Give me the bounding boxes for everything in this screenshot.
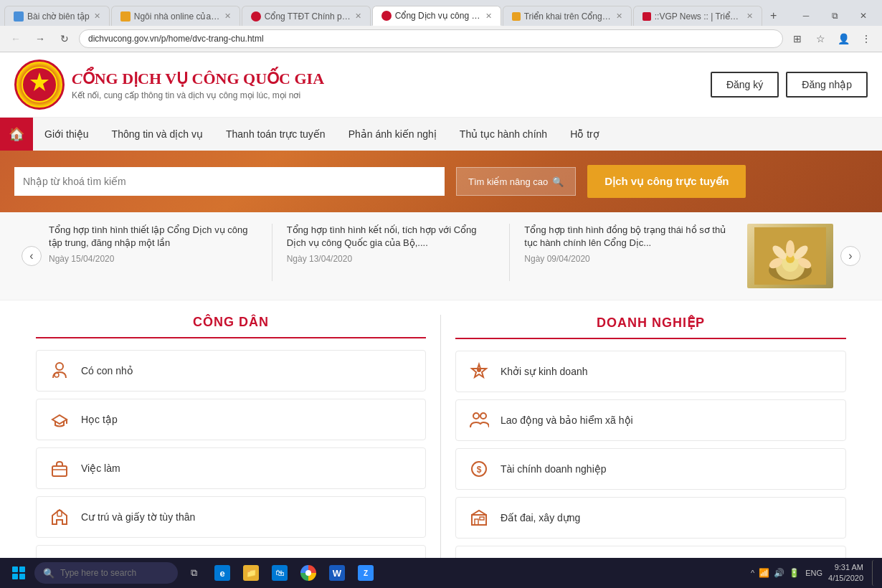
lao-dong-icon (468, 409, 490, 432)
carousel-item-3-title: Tổng hợp tình hình đồng bộ trạng thái hồ… (524, 224, 733, 250)
tab-2[interactable]: Ngôi nhà online của bé... ✕ (111, 6, 240, 26)
restore-button[interactable]: ⧉ (820, 6, 849, 26)
menu-icon[interactable]: ⋮ (856, 29, 876, 49)
svg-point-20 (480, 413, 486, 419)
tab-1[interactable]: Bài chờ biên tập ✕ (4, 6, 110, 26)
battery-icon[interactable]: 🔋 (789, 568, 800, 578)
new-tab-button[interactable]: + (764, 6, 784, 26)
show-desktop-button[interactable] (872, 560, 876, 586)
search-advanced-label: Tìm kiếm nâng cao (468, 176, 548, 187)
doanh-nghiep-column: DOANH NGHIỆP Khởi sự kinh doanh (441, 315, 860, 588)
carousel-items: Tổng hợp tình hình thiết lập Cổng Dịch v… (49, 224, 833, 288)
cong-dan-column: CÔNG DÂN Có con nhỏ (22, 315, 441, 588)
service-tai-chinh-label: Tài chính doanh nghiệp (501, 463, 607, 475)
word-icon[interactable]: W (324, 560, 350, 586)
service-item-dat-dai[interactable]: Đất đai, xây dựng (455, 497, 846, 539)
minimize-button[interactable]: ─ (792, 6, 820, 26)
taskview-icon: ⧉ (191, 567, 197, 579)
hoc-tap-icon (48, 408, 71, 431)
service-item-khoi-su[interactable]: Khởi sự kinh doanh (455, 351, 846, 392)
services-grid: CÔNG DÂN Có con nhỏ (22, 315, 860, 588)
windows-logo-icon (12, 566, 25, 579)
doanh-nghiep-title: DOANH NGHIỆP (455, 315, 846, 339)
zoom-icon[interactable]: Z (353, 560, 379, 586)
carousel-item-1: Tổng hợp tình hình thiết lập Cổng Dịch v… (49, 224, 257, 288)
register-button[interactable]: Đăng ký (711, 72, 779, 98)
service-cu-tru-label: Cư trú và giấy tờ tùy thân (81, 511, 195, 523)
close-button[interactable]: ✕ (849, 6, 878, 26)
taskbar-search-input[interactable] (60, 568, 168, 578)
carousel-prev-button[interactable]: ‹ (22, 246, 42, 266)
chrome-logo-icon (300, 565, 316, 581)
carousel-item-1-title: Tổng hợp tình hình thiết lập Cổng Dịch v… (49, 224, 257, 250)
account-icon[interactable]: 👤 (833, 29, 853, 49)
cong-dan-title: CÔNG DÂN (36, 315, 426, 338)
nav-item-thongtin[interactable]: Thông tin và dịch vụ (100, 118, 214, 151)
service-hoc-tap-label: Học tập (81, 414, 118, 425)
nav-item-thanhtoan[interactable]: Thanh toán trực tuyến (214, 118, 337, 151)
search-input[interactable] (14, 167, 445, 196)
service-item-hoc-tap[interactable]: Học tập (36, 399, 426, 440)
forward-button[interactable]: → (30, 29, 50, 49)
service-dat-dai-label: Đất đai, xây dựng (501, 512, 580, 523)
carousel-item-1-date: Ngày 15/04/2020 (49, 254, 257, 264)
nav-item-phananh[interactable]: Phản ánh kiến nghị (337, 118, 448, 151)
svg-point-19 (473, 413, 479, 419)
taskbar-right: ^ 📶 🔊 🔋 ENG 9:31 AM 4/15/2020 (751, 560, 876, 586)
services-section: CÔNG DÂN Có con nhỏ (0, 300, 882, 588)
start-button[interactable] (6, 560, 32, 586)
tabs-bar: Bài chờ biên tập ✕ Ngôi nhà online của b… (0, 0, 882, 26)
taskview-button[interactable]: ⧉ (181, 560, 207, 586)
nav-item-gioithieu[interactable]: Giới thiệu (33, 118, 100, 151)
nav-bar: 🏠 Giới thiệu Thông tin và dịch vụ Thanh … (0, 118, 882, 151)
store-icon[interactable]: 🛍 (267, 560, 293, 586)
chrome-icon[interactable] (295, 560, 321, 586)
carousel-divider-1 (272, 224, 272, 281)
tray-arrow-icon[interactable]: ^ (751, 569, 754, 577)
tab-5[interactable]: Triển khai trên Cổng D... ✕ (503, 6, 632, 26)
language-indicator[interactable]: ENG (805, 569, 822, 577)
search-icon: 🔍 (552, 176, 564, 187)
cu-tru-icon (48, 506, 71, 528)
carousel-item-3: Tổng hợp tình hình đồng bộ trạng thái hồ… (524, 224, 733, 288)
svg-point-13 (54, 373, 59, 377)
tab-6[interactable]: ::VGP News :: | Triển kh... ✕ (633, 6, 762, 26)
favorites-icon[interactable]: ☆ (810, 29, 830, 49)
online-service-button[interactable]: Dịch vụ công trực tuyến (587, 165, 746, 198)
refresh-button[interactable]: ↻ (54, 29, 75, 49)
carousel-item-3-date: Ngày 09/04/2020 (524, 254, 733, 264)
logo-title: CỔNG DỊCH VỤ CÔNG QUỐC GIA (72, 70, 324, 88)
volume-icon[interactable]: 🔊 (774, 568, 784, 578)
url-text: dichvucong.gov.vn/p/home/dvc-trang-chu.h… (88, 34, 264, 44)
url-box[interactable]: dichvucong.gov.vn/p/home/dvc-trang-chu.h… (79, 29, 783, 48)
service-item-tai-chinh[interactable]: $ Tài chính doanh nghiệp (455, 448, 846, 490)
carousel-item-2: Tổng hợp tình hình kết nối, tích hợp với… (287, 224, 495, 288)
khoi-su-icon (468, 360, 490, 383)
extensions-icon[interactable]: ⊞ (787, 29, 807, 49)
language-text: ENG (805, 569, 822, 577)
carousel-divider-2 (509, 224, 510, 281)
taskbar-clock[interactable]: 9:31 AM 4/15/2020 (828, 562, 863, 584)
edge-browser-icon[interactable]: e (209, 560, 235, 586)
service-item-con-nho[interactable]: Có con nhỏ (36, 350, 426, 392)
logo-area: CỔNG DỊCH VỤ CÔNG QUỐC GIA Kết nối, cung… (14, 60, 324, 110)
search-advanced-button[interactable]: Tìm kiếm nâng cao 🔍 (456, 167, 576, 196)
service-item-viec-lam[interactable]: Việc làm (36, 447, 426, 489)
file-explorer-icon[interactable]: 📁 (238, 560, 264, 586)
carousel-next-button[interactable]: › (840, 246, 860, 266)
service-item-lao-dong[interactable]: Lao động và bảo hiểm xã hội (455, 399, 846, 441)
site-header: CỔNG DỊCH VỤ CÔNG QUỐC GIA Kết nối, cung… (0, 52, 882, 118)
browser-chrome: Bài chờ biên tập ✕ Ngôi nhà online của b… (0, 0, 882, 52)
network-icon[interactable]: 📶 (759, 568, 769, 578)
word-logo-icon: W (329, 565, 345, 581)
login-button[interactable]: Đăng nhập (786, 72, 868, 98)
tab-4-active[interactable]: Cổng Dịch vụ công Qu... ✕ (372, 6, 501, 26)
nav-item-hotro[interactable]: Hỗ trợ (559, 118, 611, 151)
service-item-cu-tru[interactable]: Cư trú và giấy tờ tùy thân (36, 496, 426, 538)
service-viec-lam-label: Việc làm (81, 463, 120, 474)
taskbar-search-box[interactable]: 🔍 (34, 562, 178, 584)
tab-3[interactable]: Cổng TTĐT Chính phủ ✕ (242, 6, 371, 26)
back-button[interactable]: ← (6, 29, 26, 49)
nav-item-thutuc[interactable]: Thủ tục hành chính (448, 118, 559, 151)
nav-home-button[interactable]: 🏠 (0, 118, 33, 151)
